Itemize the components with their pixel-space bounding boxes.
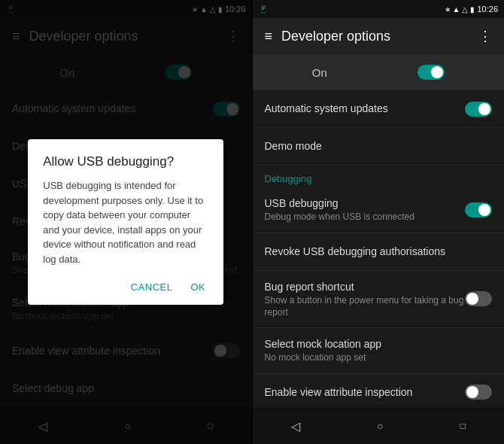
dialog-title: Allow USB debugging? <box>43 154 208 169</box>
right-usb-debug-title: USB debugging <box>265 196 466 210</box>
right-demo-mode-title: Demo mode <box>265 139 493 153</box>
dialog-message: USB debugging is intended for developmen… <box>43 178 208 266</box>
right-wifi-icon: △ <box>462 5 468 14</box>
right-back-button[interactable]: ◁ <box>285 413 306 439</box>
right-status-left: 📱 <box>259 5 268 14</box>
right-main-toggle[interactable] <box>417 65 445 80</box>
right-top-bar: ≡ Developer options ⋮ <box>253 18 505 54</box>
right-setting-revoke-usb[interactable]: Revoke USB debugging authorisations <box>253 233 505 271</box>
right-main-toggle-thumb <box>431 66 443 78</box>
right-status-bar: 📱 ∗ ▲ △ ▮ 10:26 <box>253 0 505 18</box>
right-setting-mock-location[interactable]: Select mock location app No mock locatio… <box>253 328 505 374</box>
left-panel: 📱 ∗ ▲ △ ▮ 10:26 ≡ Developer options ⋮ On… <box>0 0 252 444</box>
right-content: Automatic system updates Demo mode Debug… <box>253 90 505 408</box>
right-bottom-nav: ◁ ○ □ <box>253 408 505 444</box>
right-view-attr-toggle[interactable] <box>465 385 492 400</box>
right-view-attr-title: Enable view attribute inspection <box>265 385 466 399</box>
right-usb-debug-subtitle: Debug mode when USB is connected <box>265 211 466 224</box>
right-status-right: ∗ ▲ △ ▮ 10:26 <box>445 5 498 14</box>
right-setting-view-attr[interactable]: Enable view attribute inspection <box>253 374 505 408</box>
right-usb-debug-toggle[interactable] <box>465 202 492 217</box>
right-mock-location-title: Select mock location app <box>265 337 493 351</box>
right-bug-report-subtitle: Show a button in the power menu for taki… <box>265 295 466 318</box>
right-home-button[interactable]: ○ <box>371 414 389 438</box>
right-on-label: On <box>312 66 327 79</box>
right-notification-icon: 📱 <box>259 5 268 14</box>
right-bug-report-title: Bug report shortcut <box>265 280 466 293</box>
right-setting-bug-report[interactable]: Bug report shortcut Show a button in the… <box>253 271 505 328</box>
dialog-cancel-button[interactable]: CANCEL <box>128 278 176 296</box>
right-auto-update-title: Automatic system updates <box>265 102 466 115</box>
dialog-overlay: Allow USB debugging? USB debugging is in… <box>0 0 252 444</box>
right-debugging-section-header: Debugging <box>253 166 505 187</box>
right-bluetooth-icon: ∗ <box>445 5 451 14</box>
dialog-ok-button[interactable]: OK <box>187 278 208 296</box>
right-status-time: 10:26 <box>477 5 498 14</box>
right-hamburger-icon[interactable]: ≡ <box>265 29 273 44</box>
usb-debug-dialog: Allow USB debugging? USB debugging is in… <box>28 139 223 305</box>
right-recents-button[interactable]: □ <box>454 415 472 437</box>
right-panel: 📱 ∗ ▲ △ ▮ 10:26 ≡ Developer options ⋮ On… <box>253 0 505 444</box>
right-revoke-usb-title: Revoke USB debugging authorisations <box>265 245 493 258</box>
right-setting-demo-mode[interactable]: Demo mode <box>253 128 505 166</box>
right-battery-icon: ▮ <box>470 5 475 14</box>
right-on-row: On <box>253 54 505 90</box>
dialog-actions: CANCEL OK <box>43 278 208 296</box>
right-more-icon[interactable]: ⋮ <box>478 28 492 44</box>
right-auto-update-toggle[interactable] <box>465 102 492 117</box>
right-setting-auto-update[interactable]: Automatic system updates <box>253 90 505 128</box>
right-setting-usb-debug[interactable]: USB debugging Debug mode when USB is con… <box>253 187 505 233</box>
right-signal-icon: ▲ <box>453 5 460 14</box>
right-bug-report-toggle[interactable] <box>465 291 492 306</box>
right-mock-location-subtitle: No mock location app set <box>265 352 493 364</box>
right-page-title: Developer options <box>281 29 469 44</box>
